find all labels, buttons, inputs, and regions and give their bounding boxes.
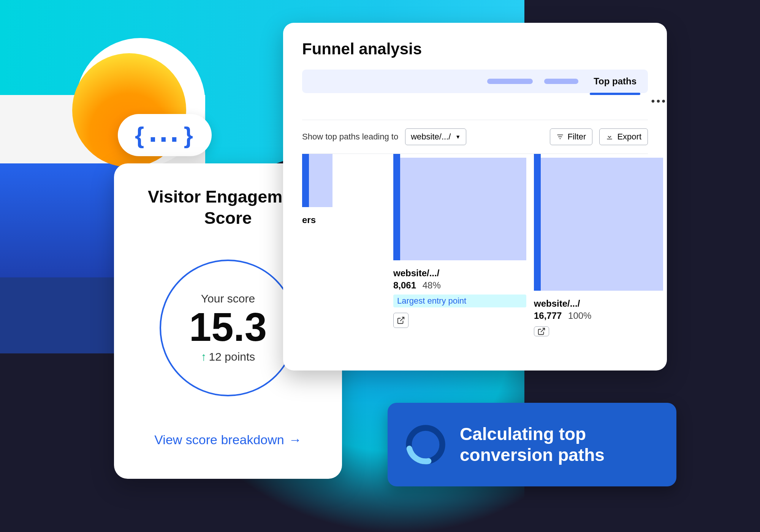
svg-line-5: [541, 328, 545, 332]
view-breakdown-link[interactable]: View score breakdown →: [154, 432, 301, 447]
popout-button[interactable]: [534, 326, 549, 336]
arrow-up-icon: ↑: [201, 350, 207, 363]
export-button[interactable]: Export: [599, 128, 648, 145]
score-delta: ↑ 12 points: [201, 350, 255, 363]
external-link-icon: [537, 327, 546, 336]
score-label: Your score: [201, 292, 255, 305]
funnel-visualization: ers website/.../ 8,061 48% Largest entry…: [302, 154, 648, 336]
calculating-text: Calculating top conversion paths: [460, 424, 659, 466]
funnel-column-2: website/.../ 8,061 48% Largest entry poi…: [393, 154, 526, 336]
col1-label: ers: [302, 215, 332, 225]
score-value: 15.3: [189, 305, 267, 349]
largest-entry-badge: Largest entry point: [393, 294, 526, 307]
chevron-down-icon: ▼: [455, 134, 461, 140]
arrow-right-icon: →: [289, 432, 302, 447]
col3-stats: 16,777 100%: [534, 310, 663, 321]
col3-pct: 100%: [568, 310, 591, 321]
col2-path: website/.../: [393, 268, 526, 279]
filter-button-label: Filter: [568, 132, 586, 142]
funnel-column-1: ers: [302, 154, 332, 336]
score-delta-text: 12 points: [209, 350, 255, 363]
col2-pct: 48%: [423, 280, 441, 290]
score-link-text: View score breakdown: [154, 432, 284, 447]
col3-path: website/.../: [534, 298, 663, 309]
external-link-icon: [397, 316, 405, 325]
funnel-column-3: website/.../ 16,777 100%: [534, 154, 663, 336]
svg-rect-3: [607, 139, 612, 139]
filter-row: Show top paths leading to website/.../ ▼…: [302, 120, 648, 154]
spinner-icon: [405, 424, 446, 466]
popout-button[interactable]: [393, 313, 408, 328]
download-icon: [606, 133, 613, 141]
more-menu-icon[interactable]: •••: [651, 95, 667, 107]
dropdown-value: website/.../: [411, 132, 451, 142]
col2-count: 8,061: [393, 280, 416, 290]
filter-button[interactable]: Filter: [550, 128, 593, 145]
funnel-panel: Funnel analysis Top paths ••• Show top p…: [283, 23, 667, 370]
export-button-label: Export: [617, 132, 641, 142]
filter-icon: [556, 133, 564, 141]
path-dropdown[interactable]: website/.../ ▼: [405, 128, 466, 145]
tab-top-paths[interactable]: Top paths: [590, 76, 640, 87]
col3-count: 16,777: [534, 310, 562, 321]
tab-bar: Top paths: [302, 70, 648, 93]
calculating-banner: Calculating top conversion paths: [388, 403, 676, 486]
code-pill: {...}: [118, 114, 212, 156]
sun-decoration: [61, 38, 205, 182]
col2-stats: 8,061 48%: [393, 280, 526, 291]
funnel-title: Funnel analysis: [302, 40, 648, 58]
tab-placeholder[interactable]: [487, 79, 533, 84]
filter-label: Show top paths leading to: [302, 132, 398, 142]
tab-placeholder[interactable]: [544, 79, 578, 84]
score-circle: Your score 15.3 ↑ 12 points: [160, 260, 296, 396]
svg-line-4: [400, 317, 404, 321]
